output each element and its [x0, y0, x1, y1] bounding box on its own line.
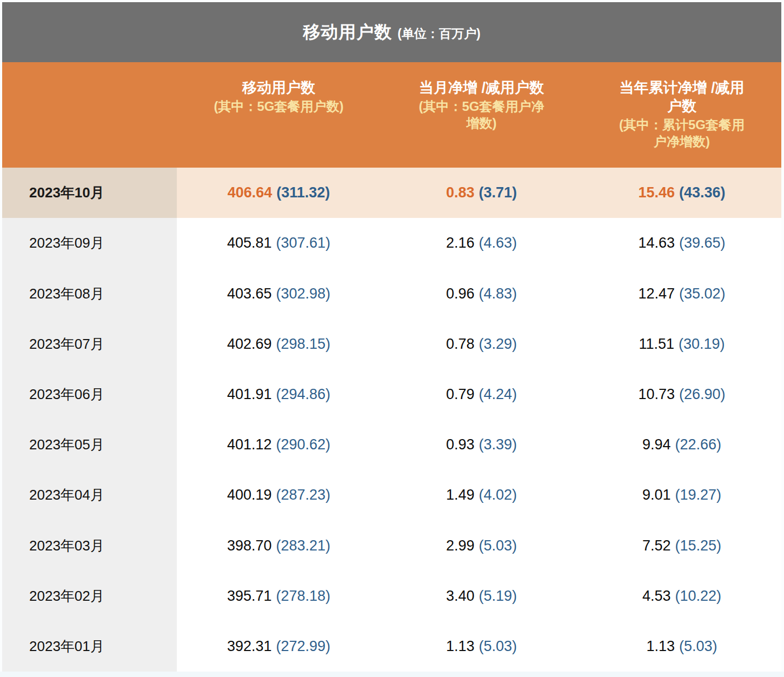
- mobile-users-cell: 398.70 (283.21): [177, 520, 381, 570]
- row-month-label: 2023年02月: [2, 571, 177, 621]
- yearly-cumulative-cell: 12.47 (35.02): [582, 268, 781, 318]
- mobile-users-5g-value: (307.61): [276, 235, 331, 251]
- yearly-cumulative-cell: 1.13 (5.03): [582, 621, 781, 672]
- mobile-users-value: 392.31: [227, 638, 272, 655]
- monthly-net-cell: 1.49 (4.02): [381, 470, 582, 520]
- yearly-cumulative-value: 4.53: [642, 588, 671, 605]
- header-month-column: [2, 62, 177, 168]
- yearly-cumulative-5g-value: (39.65): [679, 235, 726, 251]
- yearly-cumulative-5g-value: (5.03): [679, 638, 717, 655]
- yearly-cumulative-cell: 14.63 (39.65): [582, 218, 781, 268]
- monthly-net-cell: 0.79 (4.24): [381, 369, 582, 420]
- monthly-net-value: 0.78: [446, 336, 475, 353]
- mobile-users-value: 398.70: [227, 537, 272, 554]
- mobile-users-cell: 406.64 (311.32): [177, 168, 381, 218]
- header-monthly-net-sub: (其中：5G套餐用户净增数): [414, 98, 550, 131]
- yearly-cumulative-5g-value: (10.22): [675, 588, 722, 605]
- yearly-cumulative-5g-value: (26.90): [679, 386, 726, 403]
- monthly-net-value: 2.16: [446, 235, 475, 251]
- header-yearly-cumulative: 当年累计净增 /减用户数 (其中：累计5G套餐用户净增数): [582, 62, 781, 168]
- mobile-users-value: 395.71: [227, 588, 272, 605]
- yearly-cumulative-cell: 9.01 (19.27): [582, 470, 781, 520]
- mobile-users-5g-value: (287.23): [276, 487, 331, 503]
- yearly-cumulative-5g-value: (19.27): [675, 487, 722, 503]
- yearly-cumulative-5g-value: (30.19): [679, 336, 725, 353]
- header-yearly-cumulative-main: 当年累计净增 /减用户数: [614, 78, 750, 115]
- table-title-unit: (单位：百万户): [397, 25, 480, 42]
- mobile-users-value: 401.12: [227, 436, 272, 453]
- mobile-users-cell: 392.31 (272.99): [177, 621, 381, 672]
- mobile-users-5g-value: (311.32): [276, 184, 330, 201]
- table-title: 移动用户数: [303, 21, 392, 44]
- yearly-cumulative-5g-value: (15.25): [675, 537, 722, 554]
- mobile-users-table: 移动用户数 (单位：百万户) 移动用户数 (其中：5G套餐用户数) 当月净增 /…: [2, 2, 781, 672]
- monthly-net-value: 0.93: [446, 436, 475, 453]
- row-month-label: 2023年05月: [2, 420, 177, 470]
- table-title-bar: 移动用户数 (单位：百万户): [2, 2, 781, 62]
- monthly-net-cell: 0.93 (3.39): [381, 420, 582, 470]
- header-yearly-cumulative-sub: (其中：累计5G套餐用户净增数): [614, 116, 750, 150]
- table-row: 2023年09月 405.81 (307.61) 2.16 (4.63) 14.…: [2, 218, 781, 268]
- yearly-cumulative-cell: 7.52 (15.25): [582, 520, 781, 570]
- monthly-net-5g-value: (4.63): [479, 235, 517, 251]
- yearly-cumulative-cell: 11.51 (30.19): [582, 319, 781, 369]
- yearly-cumulative-cell: 15.46 (43.36): [582, 168, 781, 218]
- table-row: 2023年04月 400.19 (287.23) 1.49 (4.02) 9.0…: [2, 470, 781, 520]
- monthly-net-cell: 2.16 (4.63): [381, 218, 582, 268]
- mobile-users-5g-value: (298.15): [276, 336, 331, 353]
- yearly-cumulative-value: 1.13: [646, 638, 675, 655]
- table-header-row: 移动用户数 (其中：5G套餐用户数) 当月净增 /减用户数 (其中：5G套餐用户…: [2, 62, 781, 168]
- monthly-net-5g-value: (5.03): [479, 638, 517, 655]
- monthly-net-value: 0.96: [446, 286, 475, 302]
- header-monthly-net-main: 当月净增 /减用户数: [381, 78, 582, 97]
- yearly-cumulative-5g-value: (43.36): [679, 184, 726, 201]
- monthly-net-5g-value: (4.83): [479, 286, 517, 302]
- yearly-cumulative-value: 15.46: [638, 184, 675, 201]
- mobile-users-5g-value: (290.62): [276, 436, 331, 453]
- yearly-cumulative-value: 12.47: [638, 286, 675, 302]
- monthly-net-value: 3.40: [446, 588, 475, 605]
- monthly-net-value: 2.99: [446, 537, 475, 554]
- mobile-users-cell: 405.81 (307.61): [177, 218, 381, 268]
- row-month-label: 2023年10月: [2, 168, 177, 218]
- yearly-cumulative-value: 10.73: [638, 386, 675, 403]
- mobile-users-5g-value: (302.98): [276, 286, 331, 302]
- mobile-users-5g-value: (272.99): [276, 638, 331, 655]
- monthly-net-5g-value: (3.29): [479, 336, 517, 353]
- yearly-cumulative-value: 7.52: [642, 537, 671, 554]
- header-mobile-users-sub: (其中：5G套餐用户数): [177, 98, 381, 115]
- monthly-net-5g-value: (3.71): [479, 184, 517, 201]
- mobile-users-cell: 403.65 (302.98): [177, 268, 381, 318]
- row-month-label: 2023年01月: [2, 621, 177, 672]
- yearly-cumulative-5g-value: (35.02): [679, 286, 726, 302]
- mobile-users-value: 401.91: [227, 386, 272, 403]
- monthly-net-cell: 0.83 (3.71): [381, 168, 582, 218]
- monthly-net-cell: 2.99 (5.03): [381, 520, 582, 570]
- mobile-users-5g-value: (294.86): [276, 386, 331, 403]
- monthly-net-5g-value: (3.39): [479, 436, 517, 453]
- row-month-label: 2023年09月: [2, 218, 177, 268]
- table-row: 2023年10月 406.64 (311.32) 0.83 (3.71) 15.…: [2, 168, 781, 218]
- row-month-label: 2023年03月: [2, 520, 177, 570]
- row-month-label: 2023年06月: [2, 369, 177, 420]
- monthly-net-5g-value: (4.02): [479, 487, 517, 503]
- table-body: 2023年10月 406.64 (311.32) 0.83 (3.71) 15.…: [2, 168, 781, 672]
- yearly-cumulative-value: 9.01: [642, 487, 671, 503]
- mobile-users-cell: 401.12 (290.62): [177, 420, 381, 470]
- monthly-net-cell: 1.13 (5.03): [381, 621, 582, 672]
- monthly-net-cell: 0.96 (4.83): [381, 268, 582, 318]
- mobile-users-value: 400.19: [227, 487, 272, 503]
- table-row: 2023年01月 392.31 (272.99) 1.13 (5.03) 1.1…: [2, 621, 781, 672]
- mobile-users-value: 405.81: [227, 235, 272, 251]
- mobile-users-5g-value: (283.21): [276, 537, 331, 554]
- mobile-users-cell: 395.71 (278.18): [177, 571, 381, 621]
- table-row: 2023年05月 401.12 (290.62) 0.93 (3.39) 9.9…: [2, 420, 781, 470]
- header-monthly-net: 当月净增 /减用户数 (其中：5G套餐用户净增数): [381, 62, 582, 168]
- monthly-net-cell: 3.40 (5.19): [381, 571, 582, 621]
- header-mobile-users: 移动用户数 (其中：5G套餐用户数): [177, 62, 381, 168]
- mobile-users-cell: 400.19 (287.23): [177, 470, 381, 520]
- yearly-cumulative-cell: 4.53 (10.22): [582, 571, 781, 621]
- row-month-label: 2023年08月: [2, 268, 177, 318]
- monthly-net-cell: 0.78 (3.29): [381, 319, 582, 369]
- mobile-users-value: 403.65: [227, 286, 272, 302]
